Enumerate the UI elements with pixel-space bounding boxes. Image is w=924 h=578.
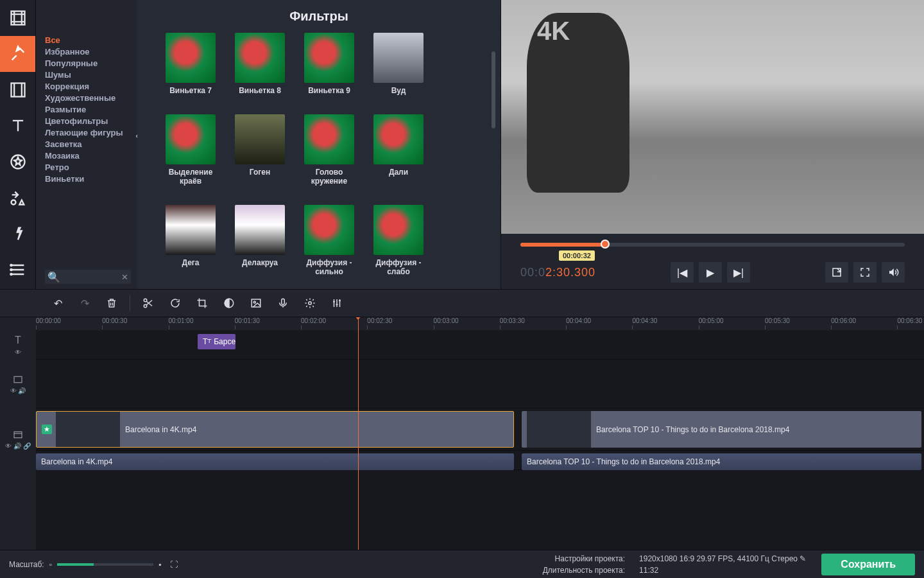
prev-frame-button[interactable]: |◀: [671, 262, 694, 283]
clear-search-icon[interactable]: ✕: [121, 272, 128, 282]
zoom-slider[interactable]: [57, 563, 153, 566]
category-item[interactable]: Размытие: [45, 104, 131, 116]
timeline: T👁 👁 🔊 👁 🔊 🔗 00:00:0000:00:3000:01:0000:…: [0, 317, 924, 550]
category-item[interactable]: Популярные: [45, 58, 131, 69]
category-item[interactable]: Ретро: [45, 162, 131, 173]
filter-label: Выделение краёв: [160, 168, 221, 186]
filter-search-input[interactable]: [63, 272, 121, 281]
video-track-header[interactable]: 👁 🔊 🔗: [0, 408, 36, 470]
filter-label: Делакруа: [242, 258, 278, 267]
split-button[interactable]: [137, 293, 160, 313]
filter-item[interactable]: Виньетка 9: [299, 33, 359, 95]
category-item[interactable]: Летающие фигуры: [45, 127, 131, 139]
image-button[interactable]: [244, 293, 268, 313]
stickers-tool[interactable]: [0, 144, 35, 180]
filter-item[interactable]: Гоген: [230, 114, 290, 186]
seek-bar[interactable]: 00:00:32: [520, 243, 905, 247]
svg-point-14: [309, 302, 312, 305]
settings-button[interactable]: [298, 293, 321, 313]
clip-label: Barcelona TOP 10 - Things to do in Barce…: [527, 457, 720, 466]
edit-settings-icon[interactable]: ✎: [800, 554, 806, 563]
undo-button[interactable]: ↶: [46, 293, 69, 313]
audio-track[interactable]: Barcelona in 4K.mp4Barcelona TOP 10 - Th…: [36, 451, 924, 470]
overlay-track-header[interactable]: 👁 🔊: [0, 360, 36, 408]
filter-item[interactable]: Голово кружение: [299, 114, 359, 186]
rotate-button[interactable]: [164, 293, 187, 313]
shapes-tool[interactable]: [0, 180, 35, 216]
video-clip[interactable]: ★Barcelona in 4K.mp4: [36, 411, 514, 448]
track-headers: T👁 👁 🔊 👁 🔊 🔗: [0, 317, 36, 550]
zoom-out-icon[interactable]: ▫: [49, 560, 52, 569]
zoom-in-icon[interactable]: ▪: [158, 560, 161, 569]
title-track-header[interactable]: T👁: [0, 330, 36, 360]
filter-item[interactable]: Диффузия - слабо: [368, 205, 429, 276]
svg-rect-15: [14, 376, 22, 382]
filter-item[interactable]: Дега: [160, 205, 221, 276]
more-tool[interactable]: [0, 252, 35, 288]
seek-handle[interactable]: [601, 240, 610, 249]
volume-button[interactable]: [882, 262, 905, 283]
filter-item[interactable]: Выделение краёв: [160, 114, 221, 186]
timeline-ruler[interactable]: 00:00:0000:00:3000:01:0000:01:3000:02:00…: [36, 317, 924, 330]
playhead[interactable]: [358, 317, 359, 550]
play-button[interactable]: ▶: [699, 262, 722, 283]
ruler-tick: 00:06:00: [831, 317, 856, 329]
filter-item[interactable]: Делакруа: [230, 205, 290, 276]
export-frame-button[interactable]: [825, 262, 848, 283]
filter-item[interactable]: Виньетка 7: [160, 33, 221, 95]
mic-button[interactable]: [271, 293, 295, 313]
filter-item[interactable]: Диффузия - сильно: [299, 205, 359, 276]
ruler-tick: 00:03:00: [434, 317, 459, 329]
ruler-tick: 00:02:30: [367, 317, 392, 329]
video-clip[interactable]: Barcelona TOP 10 - Things to do in Barce…: [522, 411, 921, 448]
filter-scrollbar[interactable]: [492, 51, 495, 128]
svg-rect-13: [282, 299, 285, 304]
category-item[interactable]: Избранное: [45, 46, 131, 58]
filter-thumb: [304, 205, 354, 255]
media-tool[interactable]: [0, 0, 35, 36]
filter-thumb: [235, 114, 285, 164]
filters-tool[interactable]: [0, 36, 35, 72]
title-clip[interactable]: T⸆Барсе: [198, 334, 236, 349]
filter-label: Виньетка 8: [239, 86, 281, 95]
filter-item[interactable]: Дали: [368, 114, 429, 186]
category-item[interactable]: Коррекция: [45, 81, 131, 92]
overlay-track[interactable]: [36, 360, 924, 408]
category-item[interactable]: Засветка: [45, 139, 131, 150]
fullscreen-button[interactable]: [853, 262, 877, 283]
category-item[interactable]: Художественные: [45, 92, 131, 104]
video-track[interactable]: ★Barcelona in 4K.mp4Barcelona TOP 10 - T…: [36, 408, 924, 451]
filter-label: Голово кружение: [299, 168, 359, 186]
crop-button[interactable]: [191, 293, 214, 313]
title-track[interactable]: T⸆Барсе: [36, 330, 924, 360]
audio-clip[interactable]: Barcelona in 4K.mp4: [36, 453, 514, 470]
animation-tool[interactable]: [0, 216, 35, 252]
ruler-tick: 00:02:00: [301, 317, 326, 329]
equalizer-button[interactable]: [325, 293, 348, 313]
status-bar: Масштаб: ▫ ▪ ⛶ Настройки проекта: Длител…: [0, 550, 924, 578]
delete-button[interactable]: [100, 293, 123, 313]
filter-thumb: [373, 205, 424, 255]
transitions-tool[interactable]: [0, 72, 35, 108]
audio-clip[interactable]: Barcelona TOP 10 - Things to do in Barce…: [522, 453, 921, 470]
preview-video[interactable]: 4K: [501, 0, 924, 234]
filter-search[interactable]: 🔍 ✕: [45, 270, 131, 284]
category-item[interactable]: Все: [45, 35, 131, 46]
filter-item[interactable]: Виньетка 8: [230, 33, 290, 95]
next-frame-button[interactable]: ▶|: [727, 262, 750, 283]
redo-button[interactable]: ↷: [73, 293, 96, 313]
ruler-tick: 00:05:30: [765, 317, 790, 329]
zoom-fit-icon[interactable]: ⛶: [170, 560, 178, 569]
timeline-toolbar: ↶ ↷: [0, 289, 924, 317]
category-item[interactable]: Виньетки: [45, 173, 131, 185]
category-item[interactable]: Шумы: [45, 69, 131, 81]
category-item[interactable]: Мозаика: [45, 150, 131, 162]
svg-rect-1: [11, 83, 24, 97]
color-adjust-button[interactable]: [218, 293, 241, 313]
ruler-tick: 00:04:00: [566, 317, 591, 329]
save-button[interactable]: Сохранить: [821, 554, 915, 575]
filter-thumb: [373, 114, 424, 164]
category-item[interactable]: Цветофильтры: [45, 116, 131, 127]
titles-tool[interactable]: [0, 108, 35, 144]
filter-item[interactable]: Вуд: [368, 33, 429, 95]
